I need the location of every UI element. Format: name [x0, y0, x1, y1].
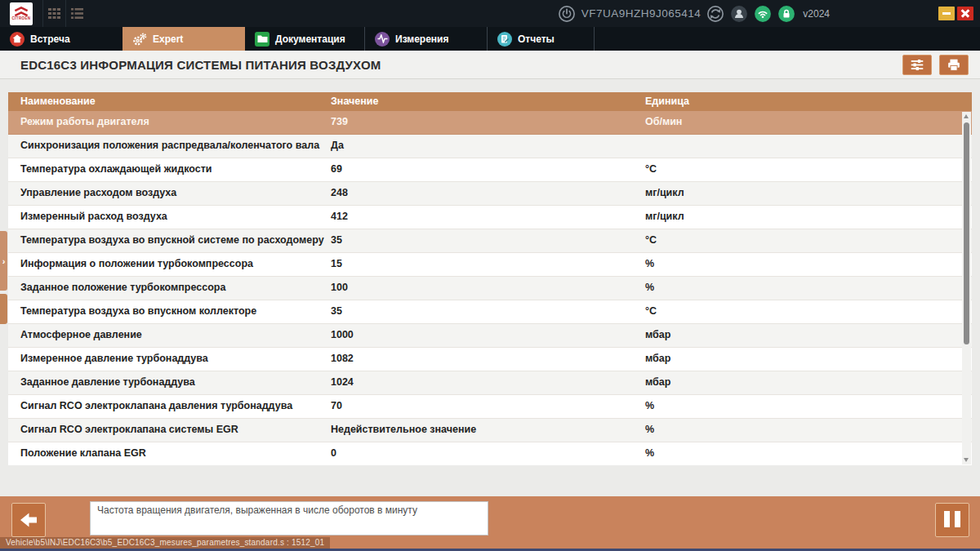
grid-icon [48, 8, 60, 19]
minimize-button[interactable] [938, 7, 955, 20]
row-value: 412 [331, 206, 348, 228]
row-unit: % [645, 442, 654, 464]
scroll-down-arrow[interactable] [964, 458, 969, 462]
header-value: Значение [331, 92, 378, 111]
table-row[interactable]: Заданное положение турбокомпрессора 100 … [8, 277, 972, 300]
scroll-up-arrow[interactable] [964, 114, 969, 118]
table-row[interactable]: Режим работы двигателя 739 Об/мин [8, 111, 972, 135]
waveform-icon [375, 32, 390, 47]
user-icon[interactable] [730, 5, 748, 23]
row-unit: °C [645, 300, 657, 322]
pause-icon [942, 511, 963, 530]
tab-meeting[interactable]: Встреча [0, 27, 122, 51]
print-button[interactable] [939, 55, 969, 75]
table-row[interactable]: Измеренный расход воздуха 412 мг/цикл [8, 206, 972, 229]
home-icon [10, 32, 24, 47]
row-value: 0 [331, 442, 336, 464]
table-row[interactable]: Сигнал RCO электроклапана давления турбо… [8, 395, 972, 419]
page-title: EDC16C3 ИНФОРМАЦИЯ СИСТЕМЫ ПИТАНИЯ ВОЗДУ… [20, 58, 381, 72]
menu-list-button[interactable] [65, 0, 88, 27]
script-path: Vehicle\b5\INJ\EDC16C3\b5_EDC16C3_mesure… [0, 537, 330, 549]
brand-text: CITROËN [11, 17, 30, 20]
row-name: Заданное положение турбокомпрессора [20, 277, 225, 299]
row-unit: мг/цикл [645, 182, 684, 204]
row-unit: % [645, 253, 654, 275]
row-value: 1024 [331, 371, 354, 393]
sliders-icon [909, 58, 925, 72]
row-name: Температура воздуха во впускном коллекто… [20, 300, 256, 322]
header-name: Наименование [20, 92, 96, 111]
table-row[interactable]: Управление расходом воздуха 248 мг/цикл [8, 182, 972, 206]
row-value: 69 [331, 158, 342, 180]
row-unit: мбар [645, 371, 670, 393]
row-name: Измеренный расход воздуха [20, 206, 167, 228]
table-scrollbar[interactable] [962, 112, 971, 464]
apps-grid-button[interactable] [42, 0, 65, 27]
table-row[interactable]: Информация о положении турбокомпрессора … [8, 253, 972, 277]
logo-cell: CITROËN [0, 0, 42, 27]
row-unit: % [645, 419, 654, 441]
footer-bar: Частота вращения двигателя, выраженная в… [0, 496, 980, 551]
tab-bar: Встреча Expert Документация Из [0, 27, 980, 51]
row-value: 100 [331, 277, 348, 299]
row-name: Измеренное давление турбонаддува [20, 348, 208, 370]
tab-measurements[interactable]: Измерения [365, 27, 488, 51]
row-value: 1000 [331, 324, 354, 346]
row-value: Недействительное значение [331, 419, 476, 441]
report-icon [497, 32, 512, 47]
row-unit: °C [645, 158, 657, 180]
pause-button[interactable] [935, 503, 969, 537]
arrow-left-icon [18, 509, 39, 531]
tab-reports[interactable]: Отчеты [488, 27, 595, 51]
parameters-table: Наименование Значение Единица Режим рабо… [8, 92, 972, 465]
row-name: Температура воздуха во впускной системе … [20, 229, 324, 251]
row-value: Да [331, 135, 344, 157]
table-row[interactable]: Синхронизация положения распредвала/коле… [8, 135, 972, 158]
table-row[interactable]: Температура воздуха во впускной системе … [8, 229, 972, 253]
table-header: Наименование Значение Единица [8, 92, 972, 111]
scrollbar-thumb[interactable] [964, 122, 969, 344]
app-window: CITROËN VF7UA9HZH9J065414 [0, 0, 980, 551]
vin-label: VF7UA9HZH9J065414 [581, 7, 702, 20]
table-row[interactable]: Сигнал RCO электроклапана системы EGR Не… [8, 419, 972, 442]
wifi-status-icon [754, 5, 772, 23]
row-unit: Об/мин [645, 111, 682, 133]
table-body: Режим работы двигателя 739 Об/мин Синхро… [8, 111, 972, 465]
table-row[interactable]: Температура воздуха во впускном коллекто… [8, 300, 972, 324]
list-icon [71, 8, 83, 19]
status-cluster: VF7UA9HZH9J065414 [558, 5, 980, 23]
table-row[interactable]: Положение клапана EGR 0 % [8, 442, 972, 465]
folder-icon [255, 32, 270, 47]
row-value: 1082 [331, 348, 354, 370]
table-row[interactable]: Измеренное давление турбонаддува 1082 мб… [8, 348, 972, 371]
table-row[interactable]: Атмосферное давление 1000 мбар [8, 324, 972, 348]
row-name: Синхронизация положения распредвала/коле… [20, 135, 319, 157]
row-name: Информация о положении турбокомпрессора [20, 253, 253, 275]
row-name: Режим работы двигателя [20, 111, 149, 133]
back-button[interactable] [11, 503, 46, 537]
tab-label: Отчеты [518, 33, 555, 45]
close-button[interactable] [957, 7, 973, 20]
row-name: Сигнал RCO электроклапана системы EGR [20, 419, 238, 441]
row-value: 15 [331, 253, 342, 275]
row-unit: мбар [645, 348, 670, 370]
side-panel-handle-lower[interactable] [0, 294, 7, 324]
table-row[interactable]: Температура охлаждающей жидкости 69 °C [8, 158, 972, 182]
title-bar: EDC16C3 ИНФОРМАЦИЯ СИСТЕМЫ ПИТАНИЯ ВОЗДУ… [0, 51, 980, 79]
row-name: Сигнал RCO электроклапана давления турбо… [20, 395, 292, 417]
power-icon[interactable] [558, 5, 576, 23]
parameters-list-button[interactable] [902, 55, 932, 75]
row-name: Положение клапана EGR [20, 442, 146, 464]
side-panel-handle[interactable]: › [0, 231, 7, 291]
sync-icon[interactable] [706, 5, 724, 23]
row-unit: мбар [645, 324, 670, 346]
tab-label: Expert [153, 33, 183, 45]
row-unit: мг/цикл [645, 206, 684, 228]
row-unit: °C [645, 229, 657, 251]
row-value: 70 [331, 395, 342, 417]
header-unit: Единица [645, 92, 689, 111]
tab-expert[interactable]: Expert [122, 27, 245, 51]
table-row[interactable]: Заданное давление турбонаддува 1024 мбар [8, 371, 972, 395]
tab-documentation[interactable]: Документация [245, 27, 365, 51]
tab-label: Встреча [30, 33, 70, 45]
